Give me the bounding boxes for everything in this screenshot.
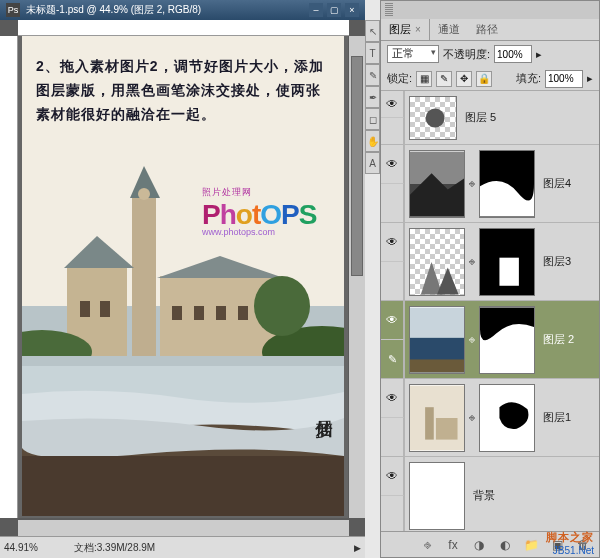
zoom-field[interactable]: 44.91% [4,542,74,553]
svg-rect-13 [172,306,182,320]
opacity-field[interactable] [494,45,532,63]
layer-name[interactable]: 图层1 [543,410,571,425]
title-bar[interactable]: Ps 未标题-1.psd @ 44.9% (图层 2, RGB/8) – ▢ × [0,0,365,20]
brush-tool-icon[interactable]: ✎ [365,64,380,86]
mask-thumb[interactable] [479,150,535,218]
layer-name[interactable]: 背景 [473,488,495,503]
layer-thumb[interactable] [409,462,465,530]
eye-icon: 👁 [386,469,398,483]
link-icon: ⎆ [469,178,475,189]
layer-name[interactable]: 图层3 [543,254,571,269]
close-button[interactable]: × [345,3,359,17]
svg-rect-12 [100,301,110,317]
visibility-toggle[interactable]: 👁 [381,91,404,118]
doc-size: 文档:3.39M/28.9M [74,541,354,555]
scroll-thumb[interactable] [351,56,363,276]
link-cell[interactable] [381,496,404,533]
tab-paths[interactable]: 路径 [468,19,506,40]
link-cell[interactable]: ✎ [381,340,404,378]
svg-rect-28 [410,359,464,372]
blend-mode-select[interactable]: 正常 [387,45,439,63]
opacity-slider-icon[interactable]: ▸ [536,48,542,61]
lock-label: 锁定: [387,71,412,86]
tab-layers[interactable]: 图层× [381,19,430,40]
fill-slider-icon[interactable]: ▸ [587,72,593,85]
layer-row[interactable]: 👁 ⎆ 图层4 [381,145,599,223]
fill-field[interactable] [545,70,583,88]
document-window: Ps 未标题-1.psd @ 44.9% (图层 2, RGB/8) – ▢ × [0,0,365,558]
minimize-button[interactable]: – [309,3,323,17]
scrollbar-vertical[interactable] [349,36,365,518]
visibility-toggle[interactable]: 👁 [381,301,404,340]
close-icon[interactable]: × [415,24,421,35]
lock-transparent-icon[interactable]: ▦ [416,71,432,87]
adjustment-icon[interactable]: ◐ [495,536,515,554]
lock-pixels-icon[interactable]: ✎ [436,71,452,87]
status-menu-arrow[interactable]: ▶ [354,543,361,553]
svg-marker-8 [64,236,134,268]
scrollbar-horizontal[interactable] [18,520,349,536]
eyedrop-tool-icon[interactable]: A [365,152,380,174]
paint-icon: ✎ [388,353,397,366]
svg-point-20 [426,108,445,127]
lock-all-icon[interactable]: 🔒 [476,71,492,87]
type-tool-icon[interactable]: T [365,42,380,64]
status-bar: 44.91% 文档:3.39M/28.9M ▶ [0,536,365,558]
canvas-area[interactable]: 2、拖入素材图片2，调节好图片大小，添加图层蒙版，用黑色画笔涂沫交接处，使两张素… [18,36,348,518]
layer-name[interactable]: 图层 5 [465,110,496,125]
layer-thumb[interactable] [409,384,465,452]
link-cell[interactable] [381,184,404,222]
layer-row-selected[interactable]: 👁✎ ⎆ 图层 2 [381,301,599,379]
shape-tool-icon[interactable]: ◻ [365,108,380,130]
folder-icon[interactable]: 📁 [521,536,541,554]
artboard: 2、拖入素材图片2，调节好图片大小，添加图层蒙版，用黑色画笔涂沫交接处，使两张素… [22,36,344,516]
ruler-horizontal[interactable] [18,20,349,36]
mask-thumb[interactable] [479,384,535,452]
svg-rect-3 [22,456,344,516]
move-tool-icon[interactable]: ↖ [365,20,380,42]
svg-rect-25 [499,257,518,285]
visibility-toggle[interactable]: 👁 [381,223,404,262]
link-layers-icon[interactable]: ⎆ [417,536,437,554]
layer-row[interactable]: 👁 图层 5 [381,91,599,145]
hand-tool-icon[interactable]: ✋ [365,130,380,152]
svg-rect-34 [410,463,464,528]
mask-thumb[interactable] [479,228,535,296]
visibility-toggle[interactable]: 👁 [381,145,404,184]
tab-channels-label: 通道 [438,22,460,37]
app-icon: Ps [6,3,20,17]
link-cell[interactable] [381,418,404,456]
layer-thumb[interactable] [409,96,457,140]
tool-strip: ↖ T ✎ ✒ ◻ ✋ A [365,20,380,174]
layer-row[interactable]: 👁 ⎆ 图层3 [381,223,599,301]
lock-row: 锁定: ▦ ✎ ✥ 🔒 填充: ▸ [381,67,599,91]
layer-thumb[interactable] [409,228,465,296]
tab-channels[interactable]: 通道 [430,19,468,40]
layer-thumb[interactable] [409,150,465,218]
layer-list[interactable]: 👁 图层 5 👁 ⎆ 图层4 👁 ⎆ 图层3 [381,91,599,533]
photops-logo: 照片处理网 PhotOPS www.photops.com [202,186,316,237]
lock-position-icon[interactable]: ✥ [456,71,472,87]
mask-icon[interactable]: ◑ [469,536,489,554]
visibility-toggle[interactable]: 👁 [381,379,404,418]
eye-icon: 👁 [386,157,398,171]
visibility-toggle[interactable]: 👁 [381,457,404,496]
panel-grip-bar[interactable] [381,1,599,19]
mask-thumb[interactable] [479,306,535,374]
layer-row[interactable]: 👁 ⎆ 图层1 [381,379,599,457]
pen-tool-icon[interactable]: ✒ [365,86,380,108]
layer-name[interactable]: 图层 2 [543,332,574,347]
ruler-vertical[interactable] [0,36,18,518]
svg-rect-11 [80,301,90,317]
layer-thumb[interactable] [409,306,465,374]
link-cell[interactable] [381,262,404,300]
link-icon: ⎆ [469,334,475,345]
maximize-button[interactable]: ▢ [327,3,341,17]
layer-name[interactable]: 图层4 [543,176,571,191]
layer-row[interactable]: 👁 背景 [381,457,599,533]
svg-rect-16 [238,306,248,320]
fx-icon[interactable]: fx [443,536,463,554]
link-cell[interactable] [381,118,404,144]
svg-point-19 [254,276,310,336]
blend-row: 正常 不透明度: ▸ [381,41,599,67]
